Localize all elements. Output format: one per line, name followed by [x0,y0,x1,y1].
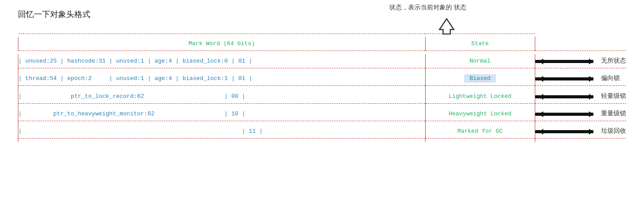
row-heavyweight-state: Heavyweight Locked [425,107,535,121]
object-header-table: Mark Word (64 bits) State | unused:25 | … [18,34,626,142]
svg-marker-11 [589,111,593,117]
header-state: State [425,37,535,51]
svg-rect-10 [535,113,593,116]
dashed-divider [18,121,627,124]
svg-marker-12 [539,111,543,117]
svg-marker-0 [439,19,454,34]
svg-marker-3 [539,59,543,64]
svg-marker-15 [539,129,543,135]
header-markword: Mark Word (64 bits) [18,37,426,51]
dashed-divider [18,103,627,107]
row-heavyweight-main: | ptr_to_heavyweight_monitor:62 | 10 | [18,107,426,121]
row-lightweight-state: Lightweight Locked [425,89,535,103]
svg-marker-9 [539,94,543,100]
normal-arrow: 无所状态 [535,57,627,65]
svg-marker-6 [539,76,543,82]
row-lightweight-label: 轻量级锁 [535,89,626,103]
table-row: | ptr_to_heavyweight_monitor:62 | 10 | H… [18,107,627,121]
dashed-divider [18,86,627,89]
table-row: | thread:54 | epoch:2 | unused:1 | age:4… [18,72,627,86]
svg-marker-14 [589,129,593,135]
svg-marker-2 [589,59,593,64]
row-gc-main: | | 11 | [18,124,426,138]
row-gc-state: Marked for GC [425,124,535,138]
svg-marker-5 [589,76,593,82]
row-biased-state: Biased [425,72,535,86]
table-row: | | 11 | Marked for GC 垃圾回收 [18,124,627,138]
row-normal-state: Normal [425,54,535,68]
svg-rect-4 [535,77,593,80]
row-gc-label: 垃圾回收 [535,124,626,138]
annotation-text: 状态，表示当前对象的 状态 [389,4,466,12]
row-heavyweight-label: 重量级锁 [535,107,626,121]
svg-rect-13 [535,130,593,133]
row-biased-label: 偏向锁 [535,72,626,86]
page-title: 回忆一下对象头格式 [18,9,90,20]
row-normal-label: 无所状态 [535,54,626,68]
svg-rect-1 [535,60,593,63]
svg-rect-7 [535,95,593,98]
row-biased-main: | thread:54 | epoch:2 | unused:1 | age:4… [18,72,426,86]
table-row: | unused:25 | hashcode:31 | unused:1 | a… [18,54,627,68]
dashed-divider [18,139,627,142]
header-label-empty [535,37,626,51]
dashed-divider [18,51,627,54]
svg-marker-8 [589,94,593,100]
row-normal-main: | unused:25 | hashcode:31 | unused:1 | a… [18,54,426,68]
row-lightweight-main: | ptr_to_lock_record:62 | 00 | [18,89,426,103]
table-header: Mark Word (64 bits) State [18,37,627,51]
dashed-divider [18,68,627,72]
table-row: | ptr_to_lock_record:62 | 00 | Lightweig… [18,89,627,103]
